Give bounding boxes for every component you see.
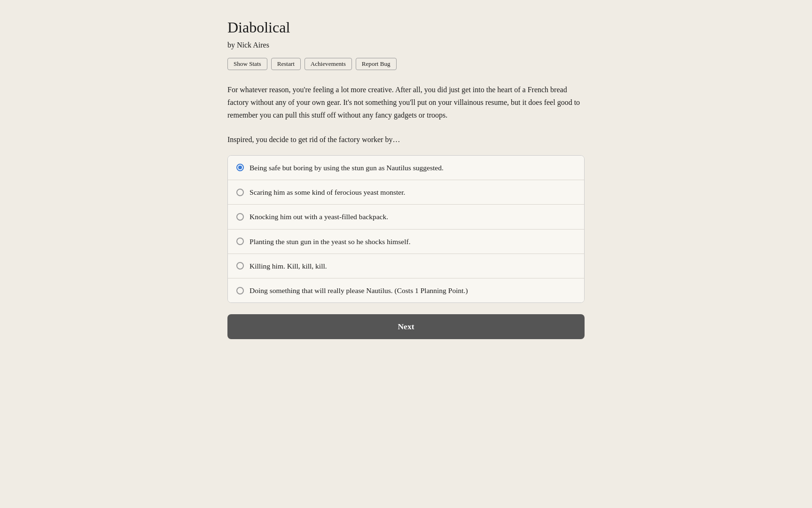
choice-item[interactable]: Knocking him out with a yeast-filled bac… — [228, 205, 584, 229]
choice-item[interactable]: Killing him. Kill, kill, kill. — [228, 254, 584, 278]
restart-button[interactable]: Restart — [271, 58, 301, 70]
choice-radio[interactable] — [236, 213, 244, 221]
game-title: Diabolical — [227, 19, 585, 36]
choice-radio[interactable] — [236, 238, 244, 245]
report-bug-button[interactable]: Report Bug — [356, 58, 397, 70]
choices-container: Being safe but boring by using the stun … — [227, 155, 585, 303]
choice-radio[interactable] — [236, 164, 244, 171]
choice-label: Knocking him out with a yeast-filled bac… — [250, 211, 388, 222]
choice-label: Planting the stun gun in the yeast so he… — [250, 236, 411, 247]
choice-item[interactable]: Being safe but boring by using the stun … — [228, 156, 584, 180]
next-button[interactable]: Next — [227, 314, 585, 339]
choice-radio[interactable] — [236, 262, 244, 270]
choice-item[interactable]: Doing something that will really please … — [228, 278, 584, 302]
achievements-button[interactable]: Achievements — [304, 58, 352, 70]
story-paragraph: For whatever reason, you're feeling a lo… — [227, 83, 585, 122]
choice-radio[interactable] — [236, 189, 244, 196]
choice-label: Killing him. Kill, kill, kill. — [250, 261, 327, 271]
choice-radio[interactable] — [236, 287, 244, 294]
story-prompt: Inspired, you decide to get rid of the f… — [227, 133, 585, 146]
choice-label: Scaring him as some kind of ferocious ye… — [250, 187, 405, 198]
toolbar: Show Stats Restart Achievements Report B… — [227, 58, 585, 70]
choice-label: Doing something that will really please … — [250, 285, 468, 296]
choice-label: Being safe but boring by using the stun … — [250, 162, 444, 173]
game-author: by Nick Aires — [227, 41, 585, 49]
choice-item[interactable]: Planting the stun gun in the yeast so he… — [228, 230, 584, 254]
choice-item[interactable]: Scaring him as some kind of ferocious ye… — [228, 180, 584, 205]
show-stats-button[interactable]: Show Stats — [227, 58, 267, 70]
main-container: Diabolical by Nick Aires Show Stats Rest… — [227, 19, 585, 489]
